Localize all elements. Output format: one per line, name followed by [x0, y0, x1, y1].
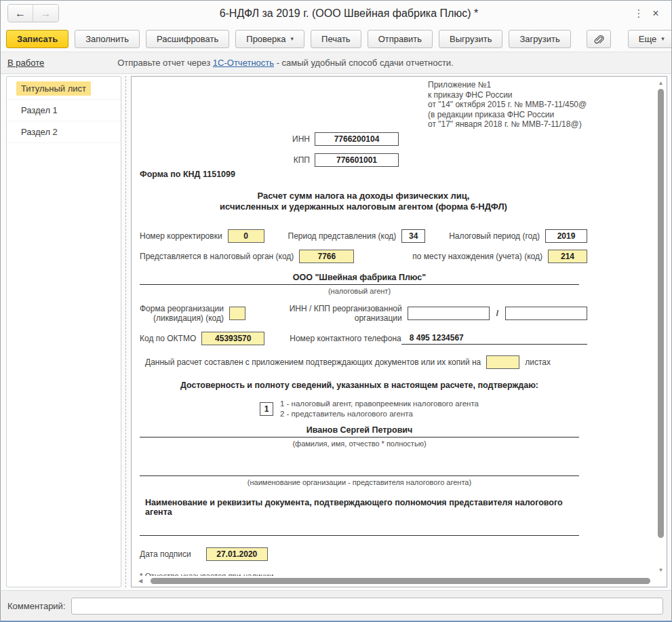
save-button[interactable]: Записать [6, 30, 68, 48]
phone-label: Номер контактного телефона [290, 334, 401, 343]
form-panel: Приложение №1 к приказу ФНС России от "1… [131, 76, 667, 587]
org-name-block: ООО "Швейная фабрика Плюс" (налоговый аг… [140, 273, 587, 295]
status-message: Отправьте отчет через 1С-Отчетность - са… [117, 58, 454, 68]
reorganization-row: Форма реорганизации (ликвидация) (код) И… [140, 304, 587, 323]
horizontal-scrollbar[interactable]: ◀ [132, 576, 667, 587]
vertical-scrollbar[interactable]: ▲ ▼ [655, 77, 667, 576]
period-row: Номер корректировки 0 Период представлен… [140, 229, 587, 243]
attachments-button[interactable] [587, 30, 611, 48]
forward-button[interactable]: → [33, 5, 58, 22]
pages-text: Данный расчет составлен с приложением по… [145, 357, 481, 367]
appendix-note: Приложение №1 к приказу ФНС России от "1… [428, 80, 597, 130]
comment-row: Комментарий: [1, 590, 671, 621]
signer-name-block: Иванов Сергей Петрович (фамилия, имя, от… [140, 425, 587, 448]
sign-date-row: Дата подписи 27.01.2020 [140, 547, 587, 561]
signature-line [140, 284, 579, 285]
report-state-link[interactable]: В работе [7, 58, 44, 68]
app-window: ← → 6-НДФЛ за 2019 г. (ООО Швейная фабри… [0, 0, 672, 622]
print-button[interactable]: Печать [311, 30, 361, 48]
kpp-field[interactable]: 776601001 [315, 153, 399, 167]
sidebar-item-title-page[interactable]: Титульный лист [7, 78, 121, 100]
send-button[interactable]: Отправить [368, 30, 433, 48]
sections-sidebar: Титульный лист Раздел 1 Раздел 2 [6, 76, 121, 587]
sign-date-field[interactable]: 27.01.2020 [206, 547, 268, 561]
signer-type-row: 1 1 - налоговый агент, правопреемник нал… [140, 399, 587, 419]
panel-splitter[interactable] [121, 76, 131, 587]
horizontal-scroll-thumb[interactable] [151, 578, 650, 584]
nav-history-group: ← → [7, 4, 59, 22]
reorg-inn-field[interactable] [408, 307, 490, 320]
inn-label: ИНН [140, 134, 315, 144]
oktmo-row: Код по ОКТМО 45393570 Номер контактного … [140, 332, 587, 345]
tax-year-label: Налоговый период (год) [449, 231, 540, 241]
oktmo-field[interactable]: 45393570 [201, 332, 264, 345]
signature-line [140, 475, 579, 476]
reorg-form-label: Форма реорганизации (ликвидация) (код) [140, 304, 224, 323]
location-code-field[interactable]: 214 [548, 250, 587, 263]
import-button[interactable]: Загрузить [509, 30, 570, 48]
oktmo-label: Код по ОКТМО [140, 334, 196, 343]
tax-year-field[interactable]: 2019 [545, 229, 587, 243]
sidebar-item-section-2[interactable]: Раздел 2 [7, 121, 121, 143]
tax-org-field[interactable]: 7766 [299, 250, 354, 263]
signer-type-field[interactable]: 1 [260, 402, 273, 416]
decrypt-button[interactable]: Расшифровать [146, 30, 229, 48]
kpp-row: КПП 776601001 [140, 153, 587, 167]
status-bar: В работе Отправьте отчет через 1С-Отчетн… [1, 52, 671, 74]
form-title: Расчет сумм налога на доходы физических … [140, 191, 587, 212]
org-caption: (налоговый агент) [140, 287, 579, 295]
signer-name-caption: (фамилия, имя, отчество * полностью) [140, 440, 579, 448]
chevron-down-icon: ▾ [661, 35, 665, 42]
reorg-form-field[interactable] [229, 307, 245, 320]
paperclip-icon [593, 33, 604, 44]
close-icon[interactable]: × [647, 7, 665, 20]
fill-button[interactable]: Заполнить [75, 30, 140, 48]
window-title: 6-НДФЛ за 2019 г. (ООО Швейная фабрика П… [67, 7, 631, 20]
chevron-down-icon: ▾ [291, 35, 294, 42]
scroll-down-icon[interactable]: ▼ [658, 565, 664, 575]
tax-org-label: Представляется в налоговый орган (код) [140, 252, 294, 261]
period-field[interactable]: 34 [401, 229, 425, 243]
period-label: Период представления (код) [288, 231, 397, 241]
export-button[interactable]: Выгрузить [439, 30, 502, 48]
signature-line [140, 535, 579, 536]
back-button[interactable]: ← [8, 5, 33, 22]
representative-org-caption: (наименование организации - представител… [140, 478, 579, 486]
form-sheet: Приложение №1 к приказу ФНС России от "1… [132, 77, 655, 576]
representative-org-block: (наименование организации - представител… [140, 457, 587, 486]
pages-suffix: листах [525, 357, 551, 367]
org-name: ООО "Швейная фабрика Плюс" [140, 273, 579, 282]
tax-org-row: Представляется в налоговый орган (код) 7… [140, 250, 587, 263]
slash-separator: / [496, 309, 498, 318]
signer-type-options: 1 - налоговый агент, правопреемник налог… [280, 399, 479, 419]
pages-count-field[interactable] [486, 355, 519, 369]
kpp-label: КПП [140, 155, 315, 165]
toolbar: Записать Заполнить Расшифровать Проверка… [1, 26, 671, 52]
check-button[interactable]: Проверка▾ [235, 30, 304, 48]
scroll-left-icon[interactable]: ◀ [136, 578, 145, 584]
more-button[interactable]: Еще▾ [628, 30, 672, 48]
comment-input[interactable] [71, 598, 664, 615]
inn-field[interactable]: 7766200104 [315, 132, 399, 146]
sidebar-item-section-1[interactable]: Раздел 1 [7, 100, 121, 121]
signer-name: Иванов Сергей Петрович [140, 425, 579, 435]
phone-field[interactable]: 8 495 1234567 [401, 332, 587, 345]
knd-form-code: Форма по КНД 1151099 [140, 170, 587, 179]
forward-arrow-icon: → [41, 7, 52, 20]
inn-row: ИНН 7766200104 [140, 132, 587, 146]
kebab-menu-icon[interactable]: ⋮ [631, 7, 647, 20]
reorg-kpp-field[interactable] [505, 307, 587, 320]
location-code-label: по месту нахождения (учета) (код) [412, 252, 542, 261]
vertical-scroll-thumb[interactable] [658, 89, 664, 538]
1c-reporting-link[interactable]: 1С-Отчетность [213, 58, 274, 68]
authority-document-label: Наименование и реквизиты документа, подт… [140, 498, 587, 517]
main-area: Титульный лист Раздел 1 Раздел 2 Приложе… [1, 74, 671, 590]
sign-date-label: Дата подписи [140, 549, 191, 559]
signature-line [140, 437, 579, 438]
scroll-up-icon[interactable]: ▲ [658, 78, 664, 88]
correction-field[interactable]: 0 [228, 229, 264, 243]
comment-label: Комментарий: [7, 601, 66, 611]
back-arrow-icon: ← [15, 7, 26, 20]
title-bar: ← → 6-НДФЛ за 2019 г. (ООО Швейная фабри… [1, 1, 671, 26]
pages-row: Данный расчет составлен с приложением по… [140, 355, 587, 369]
